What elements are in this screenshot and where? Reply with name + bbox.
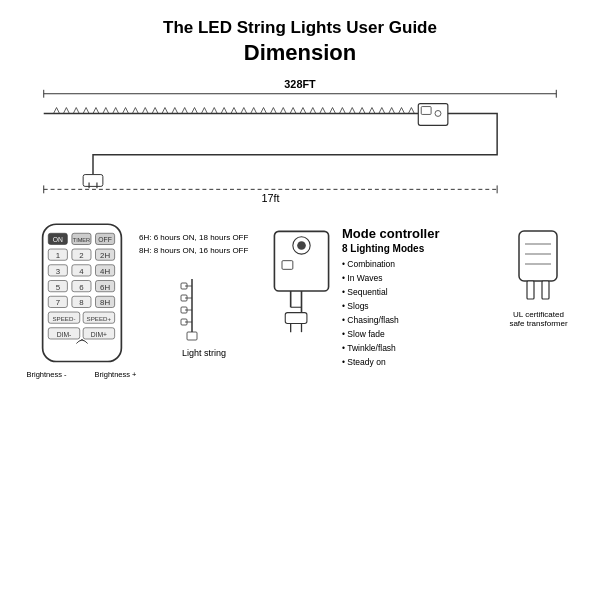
- dimension-diagram: 328FT: [24, 76, 576, 208]
- transformer-label: UL certificated safe transformer: [509, 310, 567, 328]
- svg-text:8H: 8H: [100, 298, 110, 307]
- timer-line2: 8H: 8 hours ON, 16 hours OFF: [139, 245, 269, 258]
- svg-text:6: 6: [79, 283, 84, 292]
- svg-text:8: 8: [79, 298, 84, 307]
- svg-rect-76: [542, 281, 549, 299]
- svg-text:SPEED+: SPEED+: [86, 315, 111, 322]
- svg-text:OFF: OFF: [98, 236, 112, 243]
- svg-text:4: 4: [79, 267, 84, 276]
- svg-rect-15: [42, 224, 121, 361]
- svg-text:4H: 4H: [100, 267, 110, 276]
- mode-text: Mode controller 8 Lighting Modes Combina…: [342, 226, 501, 369]
- svg-text:17ft: 17ft: [261, 192, 279, 204]
- remote-area: ON TIMER OFF 1 2 2H 3 4 4H: [24, 222, 139, 379]
- svg-text:2: 2: [79, 251, 83, 260]
- brightness-plus-label: Brightness +: [95, 370, 137, 379]
- light-string-label: Light string: [182, 348, 226, 358]
- main-title: The LED String Lights User Guide: [24, 18, 576, 38]
- svg-rect-74: [519, 231, 557, 281]
- mode-controller-title: Mode controller: [342, 226, 501, 241]
- timer-info: 6H: 6 hours ON, 18 hours OFF 8H: 8 hours…: [139, 232, 269, 258]
- mode-item: Steady on: [342, 355, 501, 369]
- svg-rect-8: [83, 175, 103, 187]
- svg-rect-75: [527, 281, 534, 299]
- svg-text:5: 5: [55, 283, 60, 292]
- mode-item: Twinkle/flash: [342, 341, 501, 355]
- svg-text:ON: ON: [52, 236, 62, 243]
- svg-rect-71: [285, 313, 307, 324]
- mode-list: Combination In Waves Sequential Slogs Ch…: [342, 257, 501, 369]
- brightness-minus-label: Brightness -: [27, 370, 67, 379]
- bottom-section: ON TIMER OFF 1 2 2H 3 4 4H: [24, 222, 576, 379]
- mode-item: In Waves: [342, 271, 501, 285]
- svg-text:1: 1: [55, 251, 59, 260]
- mode-item: Slogs: [342, 299, 501, 313]
- middle-area: 6H: 6 hours ON, 18 hours OFF 8H: 8 hours…: [139, 222, 269, 358]
- transformer-area: UL certificated safe transformer: [501, 222, 576, 328]
- mode-item: Slow fade: [342, 327, 501, 341]
- svg-text:SPEED-: SPEED-: [52, 315, 75, 322]
- svg-text:DIM-: DIM-: [56, 331, 71, 338]
- svg-text:7: 7: [55, 298, 59, 307]
- mode-item: Combination: [342, 257, 501, 271]
- lighting-modes-title: 8 Lighting Modes: [342, 243, 501, 254]
- mode-item: Sequential: [342, 285, 501, 299]
- svg-rect-63: [187, 332, 197, 340]
- svg-text:TIMER: TIMER: [72, 237, 89, 243]
- svg-text:328FT: 328FT: [284, 78, 316, 90]
- svg-text:DIM+: DIM+: [90, 331, 106, 338]
- light-string-area: Light string: [139, 274, 269, 358]
- sub-title: Dimension: [24, 40, 576, 66]
- svg-text:2H: 2H: [100, 251, 110, 260]
- svg-text:3: 3: [55, 267, 60, 276]
- timer-line1: 6H: 6 hours ON, 18 hours OFF: [139, 232, 269, 245]
- svg-point-66: [297, 241, 306, 250]
- mode-area: Mode controller 8 Lighting Modes Combina…: [269, 222, 501, 369]
- svg-text:6H: 6H: [100, 283, 110, 292]
- mode-item: Chasing/flash: [342, 313, 501, 327]
